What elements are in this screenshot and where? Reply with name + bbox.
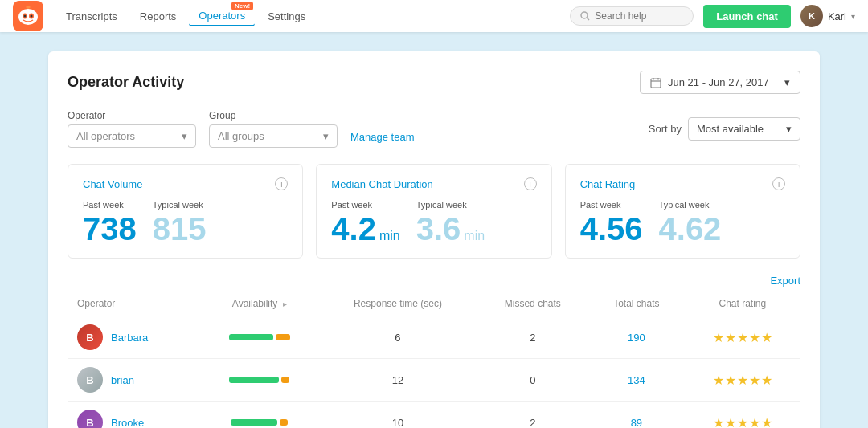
operator-name[interactable]: Brooke xyxy=(111,417,144,429)
total-chats-link[interactable]: 190 xyxy=(628,332,645,344)
typical-value-0: 815 xyxy=(153,213,207,245)
star-full: ★ xyxy=(725,330,736,345)
availability-sort-arrow: ▸ xyxy=(283,300,287,308)
svg-point-4 xyxy=(24,15,27,18)
past-value-2: 4.56 xyxy=(580,213,643,245)
operator-name[interactable]: Barbara xyxy=(111,332,148,344)
stat-title-chat-volume: Chat Volume xyxy=(83,178,142,190)
navbar: Transcripts Reports Operators New! Setti… xyxy=(0,0,868,32)
logo[interactable] xyxy=(13,1,43,31)
availability-cell xyxy=(200,316,318,359)
star-full: ★ xyxy=(713,415,724,429)
star-half: ★ xyxy=(761,373,772,388)
operator-select[interactable]: All operators ▾ xyxy=(68,124,196,148)
star-full: ★ xyxy=(725,373,736,388)
table-body: B Barbara 62190★★★★★ B brian 120134★★★★★… xyxy=(68,316,800,429)
total-chats-link[interactable]: 89 xyxy=(631,417,642,429)
nav-links: Transcripts Reports Operators New! Setti… xyxy=(56,6,570,26)
group-filter-group: Group All groups ▾ xyxy=(209,110,338,148)
total-chats-cell: 134 xyxy=(588,359,685,402)
total-chats-link[interactable]: 134 xyxy=(628,374,645,386)
operator-name[interactable]: brian xyxy=(111,374,134,386)
chat-rating-cell: ★★★★★ xyxy=(685,359,800,402)
date-range-picker[interactable]: Jun 21 - Jun 27, 2017 ▾ xyxy=(640,71,800,94)
main-content: Operator Activity Jun 21 - Jun 27, 2017 … xyxy=(0,32,868,428)
response-time-cell: 10 xyxy=(318,402,477,429)
availability-bar-green xyxy=(229,377,279,383)
availability-bar-orange xyxy=(281,377,289,383)
operator-cell: B Barbara xyxy=(68,316,200,359)
svg-point-6 xyxy=(581,12,588,18)
sort-group: Sort by Most available ▾ xyxy=(649,117,800,141)
response-time-cell: 6 xyxy=(318,316,477,359)
table-header: Operator Availability ▸ Response time (s… xyxy=(68,291,800,316)
search-input[interactable] xyxy=(595,10,683,22)
past-value-0: 738 xyxy=(83,213,137,245)
stat-info-icon-2[interactable]: i xyxy=(772,177,785,190)
operator-select-chevron: ▾ xyxy=(182,130,187,142)
date-picker-chevron: ▾ xyxy=(784,76,790,88)
launch-chat-button[interactable]: Launch chat xyxy=(703,5,791,28)
user-avatar: K xyxy=(800,5,823,27)
nav-reports[interactable]: Reports xyxy=(130,7,186,26)
table-row: B Barbara 62190★★★★★ xyxy=(68,316,800,359)
response-time-cell: 12 xyxy=(318,359,477,402)
group-select[interactable]: All groups ▾ xyxy=(209,124,338,148)
operator-avatar: B xyxy=(77,410,103,428)
col-operator: Operator xyxy=(68,291,200,316)
nav-settings[interactable]: Settings xyxy=(258,7,315,26)
group-select-chevron: ▾ xyxy=(323,130,329,142)
stat-card-chat-duration: Median Chat Duration i Past week 4.2 min… xyxy=(316,164,551,259)
stat-title-chat-duration: Median Chat Duration xyxy=(331,178,432,190)
availability-bar-orange xyxy=(280,419,288,426)
star-rating: ★★★★★ xyxy=(694,373,791,388)
operator-activity-card: Operator Activity Jun 21 - Jun 27, 2017 … xyxy=(48,51,820,428)
star-full: ★ xyxy=(749,373,760,388)
nav-operators[interactable]: Operators New! xyxy=(189,6,255,26)
past-week-label-1: Past week xyxy=(331,200,399,210)
search-box[interactable] xyxy=(570,6,694,26)
availability-cell xyxy=(200,402,318,429)
star-full: ★ xyxy=(749,330,760,345)
user-menu[interactable]: K Karl ▾ xyxy=(800,5,855,27)
stat-title-chat-rating: Chat Rating xyxy=(580,178,636,190)
svg-line-7 xyxy=(588,18,590,21)
filters-row: Operator All operators ▾ Group All group… xyxy=(68,110,800,148)
sort-select-value: Most available xyxy=(697,123,764,135)
table-row: B brian 120134★★★★★ xyxy=(68,359,800,402)
export-link[interactable]: Export xyxy=(770,275,800,287)
col-total-chats: Total chats xyxy=(588,291,685,316)
col-chat-rating: Chat rating xyxy=(685,291,800,316)
col-availability[interactable]: Availability ▸ xyxy=(200,291,318,316)
user-name: Karl xyxy=(828,10,846,22)
stat-info-icon-0[interactable]: i xyxy=(275,177,288,190)
operator-cell: B brian xyxy=(68,359,200,402)
star-full: ★ xyxy=(713,330,724,345)
user-menu-chevron: ▾ xyxy=(851,12,855,21)
date-range-value: Jun 21 - Jun 27, 2017 xyxy=(668,76,769,88)
sort-select[interactable]: Most available ▾ xyxy=(688,117,800,141)
sort-select-chevron: ▾ xyxy=(786,123,792,135)
missed-chats-cell: 0 xyxy=(477,359,588,402)
page-title: Operator Activity xyxy=(68,74,184,91)
operators-table: Operator Availability ▸ Response time (s… xyxy=(68,291,800,428)
typical-week-label-1: Typical week xyxy=(416,200,485,210)
past-unit-1: min xyxy=(379,229,400,243)
table-actions: Export xyxy=(68,275,800,287)
star-rating: ★★★★★ xyxy=(694,415,791,429)
group-label: Group xyxy=(209,110,338,121)
star-half: ★ xyxy=(761,330,772,345)
operator-filter-group: Operator All operators ▾ xyxy=(68,110,196,148)
star-full: ★ xyxy=(737,373,748,388)
group-select-value: All groups xyxy=(218,130,264,142)
operator-label: Operator xyxy=(68,110,196,121)
typical-week-label-0: Typical week xyxy=(153,200,207,210)
operator-select-value: All operators xyxy=(76,130,135,142)
manage-team-link[interactable]: Manage team xyxy=(350,131,415,148)
star-full: ★ xyxy=(749,415,760,429)
nav-transcripts[interactable]: Transcripts xyxy=(56,7,127,26)
star-full: ★ xyxy=(725,415,736,429)
sort-by-label: Sort by xyxy=(649,123,682,135)
total-chats-cell: 190 xyxy=(588,316,685,359)
stat-info-icon-1[interactable]: i xyxy=(524,177,537,190)
